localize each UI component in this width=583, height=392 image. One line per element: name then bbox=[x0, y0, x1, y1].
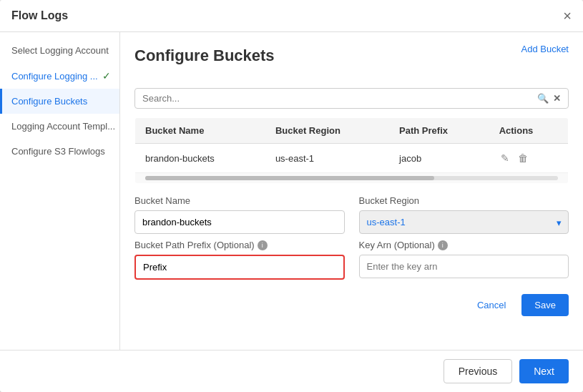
page-title: Configure Buckets bbox=[134, 46, 275, 65]
bucket-region-label: Bucket Region bbox=[359, 195, 569, 206]
modal-title: Flow Logs bbox=[11, 9, 68, 22]
sidebar-item-label: Logging Account Templ... bbox=[11, 121, 115, 132]
add-bucket-button[interactable]: Add Bucket bbox=[521, 44, 569, 54]
search-icon: 🔍 bbox=[537, 93, 549, 104]
cell-bucket-name: brandon-buckets bbox=[135, 144, 265, 173]
sidebar-item-label: Configure S3 Flowlogs bbox=[11, 146, 105, 157]
table-row: brandon-buckets us-east-1 jacob ✎ 🗑 bbox=[135, 144, 569, 173]
sidebar-item-configure-s3-flowlogs[interactable]: Configure S3 Flowlogs bbox=[0, 139, 119, 164]
form-bottom-row: ➜ Bucket Path Prefix (Optional) i Key Ar… bbox=[134, 240, 569, 280]
search-bar: 🔍 ✕ bbox=[134, 88, 569, 109]
sidebar-item-logging-account-templ[interactable]: Logging Account Templ... bbox=[0, 114, 119, 139]
bucket-path-prefix-group: Bucket Path Prefix (Optional) i bbox=[134, 240, 345, 280]
form-top-row: Bucket Name Bucket Region us-east-1 us-w… bbox=[134, 195, 569, 234]
scrollbar-row bbox=[135, 173, 569, 184]
bucket-region-group: Bucket Region us-east-1 us-west-1 us-wes… bbox=[359, 195, 569, 234]
bucket-region-select[interactable]: us-east-1 us-west-1 us-west-2 eu-west-1 bbox=[359, 210, 569, 234]
cancel-button[interactable]: Cancel bbox=[469, 294, 514, 316]
close-button[interactable]: × bbox=[563, 9, 572, 23]
sidebar-item-label: Select Logging Account bbox=[11, 45, 109, 56]
next-button[interactable]: Next bbox=[519, 359, 569, 383]
key-arn-label: Key Arn (Optional) i bbox=[359, 240, 569, 250]
red-arrow: ➜ bbox=[120, 249, 122, 271]
sidebar-item-configure-logging[interactable]: Configure Logging ... ✓ bbox=[0, 63, 119, 89]
col-path-prefix: Path Prefix bbox=[389, 118, 489, 144]
bucket-name-input[interactable] bbox=[134, 210, 345, 234]
row-actions: ✎ 🗑 bbox=[499, 151, 558, 165]
flow-logs-modal: Flow Logs × Select Logging Account Confi… bbox=[0, 0, 583, 392]
scroll-track bbox=[145, 176, 558, 180]
check-icon: ✓ bbox=[102, 70, 111, 82]
modal-footer: Previous Next bbox=[0, 350, 583, 392]
form-actions: Cancel Save bbox=[134, 294, 569, 316]
sidebar-item-select-logging[interactable]: Select Logging Account bbox=[0, 38, 119, 63]
main-content: Configure Buckets Add Bucket 🔍 ✕ Bucke bbox=[120, 32, 583, 350]
cell-bucket-region: us-east-1 bbox=[265, 144, 389, 173]
delete-button[interactable]: 🗑 bbox=[516, 151, 529, 165]
sidebar: Select Logging Account Configure Logging… bbox=[0, 32, 120, 350]
bucket-path-prefix-label: Bucket Path Prefix (Optional) i bbox=[134, 240, 345, 250]
key-arn-info-icon: i bbox=[438, 240, 448, 250]
bucket-region-select-wrapper: us-east-1 us-west-1 us-west-2 eu-west-1 bbox=[359, 210, 569, 234]
previous-button[interactable]: Previous bbox=[444, 359, 512, 383]
col-actions: Actions bbox=[489, 118, 569, 144]
sidebar-item-configure-buckets[interactable]: Configure Buckets bbox=[0, 89, 119, 114]
path-prefix-info-icon: i bbox=[258, 240, 268, 250]
scroll-thumb bbox=[145, 176, 434, 180]
buckets-table: Bucket Name Bucket Region Path Prefix Ac… bbox=[134, 117, 569, 184]
cell-actions: ✎ 🗑 bbox=[489, 144, 569, 173]
key-arn-group: Key Arn (Optional) i bbox=[359, 240, 569, 280]
modal-header: Flow Logs × bbox=[0, 0, 583, 32]
search-icons: 🔍 ✕ bbox=[537, 93, 561, 104]
col-bucket-name: Bucket Name bbox=[135, 118, 265, 144]
sidebar-item-label: Configure Logging ... bbox=[11, 71, 98, 82]
bucket-name-label: Bucket Name bbox=[134, 195, 345, 206]
clear-icon[interactable]: ✕ bbox=[553, 93, 561, 104]
key-arn-input[interactable] bbox=[359, 255, 569, 278]
edit-button[interactable]: ✎ bbox=[499, 151, 511, 165]
bucket-path-prefix-input[interactable] bbox=[134, 255, 345, 280]
modal-body: Select Logging Account Configure Logging… bbox=[0, 32, 583, 350]
bucket-name-group: Bucket Name bbox=[134, 195, 345, 234]
sidebar-item-label: Configure Buckets bbox=[11, 96, 87, 107]
search-input[interactable] bbox=[142, 93, 537, 104]
col-bucket-region: Bucket Region bbox=[265, 118, 389, 144]
cell-path-prefix: jacob bbox=[389, 144, 489, 173]
save-button[interactable]: Save bbox=[521, 294, 569, 316]
